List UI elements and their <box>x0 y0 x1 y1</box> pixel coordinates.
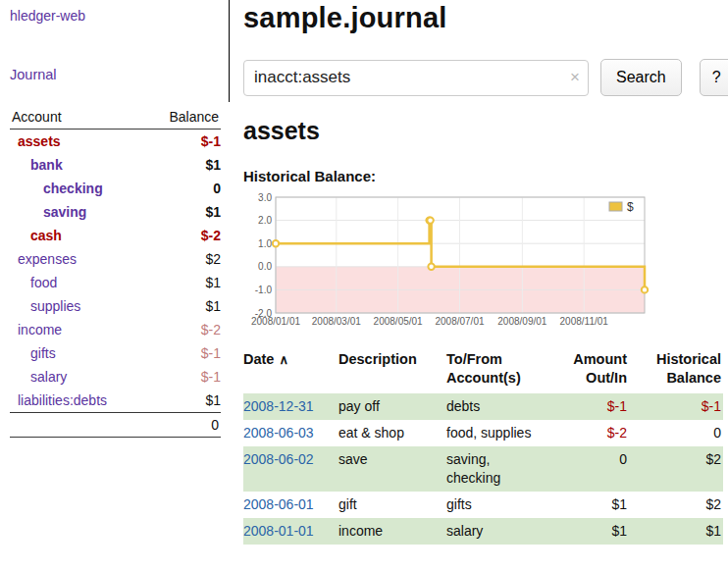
account-row: supplies$1 <box>10 294 221 318</box>
transaction-balance: $2 <box>629 446 723 492</box>
journal-nav: Journal <box>10 67 221 82</box>
historical-balance-chart: 3.02.01.00.0-1.0-2.02008/01/012008/03/01… <box>243 191 650 331</box>
account-link[interactable]: saving <box>43 204 86 220</box>
search-button[interactable]: Search <box>600 59 682 96</box>
accounts-table: Account Balance assets$-1bank$1checking0… <box>10 106 221 438</box>
register-table: Date∧ Description To/From Account(s) Amo… <box>243 348 723 545</box>
account-balance: 0 <box>146 177 221 200</box>
transaction-date-link[interactable]: 2008-06-01 <box>243 496 314 512</box>
register-row: 2008-06-02savesaving, checking0$2 <box>243 446 723 492</box>
page-title: sample.journal <box>243 2 728 34</box>
balance-column-header2: Historical Balance <box>629 348 723 393</box>
account-balance: $-2 <box>146 224 221 247</box>
svg-text:2008/03/01: 2008/03/01 <box>312 316 361 327</box>
account-row: assets$-1 <box>10 130 221 154</box>
clear-search-icon[interactable]: × <box>570 68 580 87</box>
account-link[interactable]: supplies <box>30 298 80 314</box>
transaction-date-link[interactable]: 2008-01-01 <box>243 523 314 539</box>
account-link[interactable]: food <box>30 275 57 290</box>
amount-column-header: Amount Out/In <box>546 348 629 393</box>
svg-text:$: $ <box>627 200 634 214</box>
svg-text:2008/01/01: 2008/01/01 <box>251 316 300 327</box>
sort-ascending-icon: ∧ <box>279 352 288 367</box>
account-heading: assets <box>243 117 728 145</box>
svg-text:2008/09/01: 2008/09/01 <box>497 316 546 327</box>
register-row: 2008-06-03eat & shopfood, supplies$-20 <box>243 420 723 446</box>
svg-text:2008/11/01: 2008/11/01 <box>560 316 609 327</box>
svg-text:2.0: 2.0 <box>258 215 272 226</box>
app-title-link[interactable]: hledger-web <box>10 8 85 24</box>
transaction-balance: 0 <box>629 420 723 446</box>
transaction-balance: $-1 <box>629 393 723 420</box>
search-box: × <box>243 60 589 96</box>
transaction-amount: $1 <box>546 518 629 545</box>
account-row: income$-2 <box>10 318 221 341</box>
register-row: 2008-06-01giftgifts$1$2 <box>243 492 723 518</box>
register-row: 2008-01-01incomesalary$1$1 <box>243 518 723 545</box>
account-row: expenses$2 <box>10 247 221 271</box>
account-link[interactable]: expenses <box>18 251 77 267</box>
sidebar-divider <box>229 0 230 102</box>
svg-text:-1.0: -1.0 <box>255 285 273 295</box>
svg-text:1.0: 1.0 <box>258 238 272 249</box>
svg-text:3.0: 3.0 <box>258 192 272 203</box>
total-spacer <box>10 413 146 438</box>
help-button[interactable]: ? <box>700 59 728 96</box>
transaction-amount: $-2 <box>546 420 629 446</box>
account-link[interactable]: salary <box>30 369 67 385</box>
account-row: gifts$-1 <box>10 341 221 365</box>
journal-link[interactable]: Journal <box>10 67 57 82</box>
account-link[interactable]: checking <box>43 181 103 196</box>
date-column-header[interactable]: Date∧ <box>243 348 338 393</box>
transaction-accounts: gifts <box>446 492 546 518</box>
account-row: bank$1 <box>10 153 221 177</box>
transaction-amount: $-1 <box>546 393 629 420</box>
account-balance: $-1 <box>146 341 221 365</box>
transaction-description: income <box>338 518 446 545</box>
account-row: salary$-1 <box>10 365 221 389</box>
transaction-date-link[interactable]: 2008-12-31 <box>243 398 314 414</box>
transaction-amount: $1 <box>546 492 629 518</box>
transaction-balance: $2 <box>629 492 723 518</box>
main-content: sample.journal × Search ? assets Histori… <box>229 0 728 545</box>
transaction-description: save <box>338 446 446 492</box>
account-link[interactable]: income <box>18 322 62 337</box>
account-balance: $1 <box>146 389 221 413</box>
account-row: food$1 <box>10 271 221 294</box>
transaction-accounts: saving, checking <box>446 446 546 492</box>
accounts-total-row: 0 <box>10 413 221 438</box>
account-balance: $1 <box>146 271 221 294</box>
transaction-accounts: salary <box>446 518 546 545</box>
account-row: cash$-2 <box>10 224 221 247</box>
transaction-date-link[interactable]: 2008-06-03 <box>243 425 314 441</box>
svg-text:0.0: 0.0 <box>258 261 272 272</box>
account-balance: $-2 <box>146 318 221 341</box>
transaction-accounts: food, supplies <box>446 420 546 446</box>
account-column-header: Account <box>10 106 146 130</box>
account-balance: $1 <box>146 200 221 224</box>
svg-text:2008/05/01: 2008/05/01 <box>374 316 423 327</box>
transaction-date-link[interactable]: 2008-06-02 <box>243 451 314 467</box>
svg-text:2008/07/01: 2008/07/01 <box>435 316 484 327</box>
description-column-header: Description <box>338 348 446 393</box>
search-input[interactable] <box>243 60 589 96</box>
account-balance: $-1 <box>146 365 221 389</box>
page: hledger-web Journal Account Balance asse… <box>0 0 728 545</box>
account-link[interactable]: bank <box>30 157 63 173</box>
account-link[interactable]: gifts <box>30 345 56 361</box>
account-balance: $1 <box>146 294 221 318</box>
account-balance: $-1 <box>146 130 221 154</box>
balance-column-header: Balance <box>146 106 221 130</box>
accounts-header-row: Account Balance <box>10 106 221 130</box>
register-row: 2008-12-31pay offdebts$-1$-1 <box>243 393 723 420</box>
account-row: checking0 <box>10 177 221 200</box>
accounts-column-header: To/From Account(s) <box>446 348 546 393</box>
transaction-accounts: debts <box>446 393 546 420</box>
account-link[interactable]: liabilities:debts <box>18 392 107 408</box>
account-link[interactable]: assets <box>18 133 61 149</box>
transaction-description: pay off <box>338 393 446 420</box>
register-header-row: Date∧ Description To/From Account(s) Amo… <box>243 348 723 393</box>
transaction-description: gift <box>338 492 446 518</box>
account-row: liabilities:debts$1 <box>10 389 221 413</box>
account-link[interactable]: cash <box>30 228 62 243</box>
